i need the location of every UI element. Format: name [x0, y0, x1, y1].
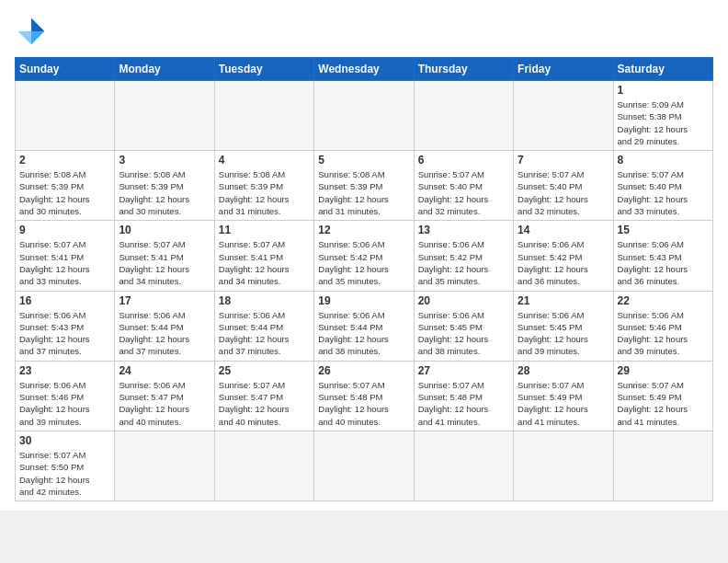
- day-info: Sunrise: 5:06 AM Sunset: 5:44 PM Dayligh…: [119, 309, 210, 358]
- header: [15, 15, 713, 48]
- day-info: Sunrise: 5:07 AM Sunset: 5:47 PM Dayligh…: [219, 379, 310, 428]
- day-info: Sunrise: 5:07 AM Sunset: 5:40 PM Dayligh…: [618, 168, 709, 217]
- day-info: Sunrise: 5:07 AM Sunset: 5:48 PM Dayligh…: [318, 379, 409, 428]
- calendar-cell: 10Sunrise: 5:07 AM Sunset: 5:41 PM Dayli…: [115, 221, 214, 291]
- day-number: 5: [318, 154, 409, 167]
- day-info: Sunrise: 5:08 AM Sunset: 5:39 PM Dayligh…: [219, 168, 310, 217]
- day-number: 7: [518, 154, 609, 167]
- calendar-cell: 28Sunrise: 5:07 AM Sunset: 5:49 PM Dayli…: [514, 361, 613, 431]
- day-number: 8: [618, 154, 709, 167]
- calendar-cell: 14Sunrise: 5:06 AM Sunset: 5:42 PM Dayli…: [514, 221, 613, 291]
- calendar-cell: [214, 431, 313, 500]
- day-number: 1: [618, 84, 709, 97]
- day-info: Sunrise: 5:07 AM Sunset: 5:48 PM Dayligh…: [418, 379, 509, 428]
- weekday-header: Saturday: [613, 58, 712, 81]
- calendar-cell: 4Sunrise: 5:08 AM Sunset: 5:39 PM Daylig…: [214, 151, 313, 221]
- day-number: 21: [518, 294, 609, 307]
- day-number: 26: [318, 364, 409, 377]
- weekday-header: Tuesday: [214, 58, 313, 81]
- calendar-cell: 3Sunrise: 5:08 AM Sunset: 5:39 PM Daylig…: [115, 151, 214, 221]
- day-number: 3: [119, 154, 210, 167]
- day-number: 27: [418, 364, 509, 377]
- day-number: 16: [19, 294, 110, 307]
- day-number: 29: [618, 364, 709, 377]
- calendar-cell: 11Sunrise: 5:07 AM Sunset: 5:41 PM Dayli…: [214, 221, 313, 291]
- weekday-header: Friday: [514, 58, 613, 81]
- day-info: Sunrise: 5:06 AM Sunset: 5:42 PM Dayligh…: [318, 238, 409, 287]
- calendar-table: SundayMondayTuesdayWednesdayThursdayFrid…: [15, 57, 713, 501]
- svg-marker-2: [18, 31, 31, 44]
- day-number: 25: [219, 364, 310, 377]
- day-number: 10: [119, 224, 210, 236]
- day-number: 2: [19, 154, 110, 167]
- day-info: Sunrise: 5:08 AM Sunset: 5:39 PM Dayligh…: [19, 168, 110, 217]
- day-info: Sunrise: 5:07 AM Sunset: 5:50 PM Dayligh…: [19, 449, 110, 498]
- day-number: 9: [19, 224, 110, 236]
- calendar-cell: [314, 81, 414, 151]
- day-number: 30: [19, 434, 110, 447]
- day-number: 6: [418, 154, 509, 167]
- calendar-cell: 17Sunrise: 5:06 AM Sunset: 5:44 PM Dayli…: [115, 291, 214, 361]
- weekday-header: Sunday: [16, 58, 115, 81]
- day-info: Sunrise: 5:07 AM Sunset: 5:41 PM Dayligh…: [119, 238, 210, 287]
- day-number: 13: [418, 224, 509, 236]
- calendar-cell: 15Sunrise: 5:06 AM Sunset: 5:43 PM Dayli…: [613, 221, 712, 291]
- day-info: Sunrise: 5:07 AM Sunset: 5:40 PM Dayligh…: [418, 168, 509, 217]
- day-number: 17: [119, 294, 210, 307]
- svg-marker-1: [31, 31, 44, 44]
- calendar-cell: 5Sunrise: 5:08 AM Sunset: 5:39 PM Daylig…: [314, 151, 414, 221]
- day-info: Sunrise: 5:06 AM Sunset: 5:42 PM Dayligh…: [418, 238, 509, 287]
- calendar-cell: 1Sunrise: 5:09 AM Sunset: 5:38 PM Daylig…: [613, 81, 712, 151]
- day-number: 4: [219, 154, 310, 167]
- calendar-cell: 25Sunrise: 5:07 AM Sunset: 5:47 PM Dayli…: [214, 361, 313, 431]
- day-number: 14: [518, 224, 609, 236]
- svg-marker-0: [31, 18, 44, 31]
- day-info: Sunrise: 5:08 AM Sunset: 5:39 PM Dayligh…: [119, 168, 210, 217]
- day-number: 24: [119, 364, 210, 377]
- day-info: Sunrise: 5:06 AM Sunset: 5:44 PM Dayligh…: [219, 309, 310, 358]
- day-info: Sunrise: 5:06 AM Sunset: 5:43 PM Dayligh…: [19, 309, 110, 358]
- day-info: Sunrise: 5:06 AM Sunset: 5:45 PM Dayligh…: [518, 309, 609, 358]
- day-number: 15: [618, 224, 709, 236]
- logo: [15, 15, 51, 48]
- day-info: Sunrise: 5:08 AM Sunset: 5:39 PM Dayligh…: [318, 168, 409, 217]
- day-info: Sunrise: 5:06 AM Sunset: 5:44 PM Dayligh…: [318, 309, 409, 358]
- day-info: Sunrise: 5:06 AM Sunset: 5:45 PM Dayligh…: [418, 309, 509, 358]
- calendar-cell: [514, 81, 613, 151]
- day-number: 11: [219, 224, 310, 236]
- day-info: Sunrise: 5:07 AM Sunset: 5:41 PM Dayligh…: [19, 238, 110, 287]
- calendar-cell: 12Sunrise: 5:06 AM Sunset: 5:42 PM Dayli…: [314, 221, 414, 291]
- calendar-cell: [414, 431, 513, 500]
- calendar-cell: 20Sunrise: 5:06 AM Sunset: 5:45 PM Dayli…: [414, 291, 513, 361]
- logo-icon: [15, 15, 48, 48]
- calendar-cell: 9Sunrise: 5:07 AM Sunset: 5:41 PM Daylig…: [16, 221, 115, 291]
- day-info: Sunrise: 5:06 AM Sunset: 5:47 PM Dayligh…: [119, 379, 210, 428]
- day-info: Sunrise: 5:07 AM Sunset: 5:40 PM Dayligh…: [518, 168, 609, 217]
- calendar-cell: 6Sunrise: 5:07 AM Sunset: 5:40 PM Daylig…: [414, 151, 513, 221]
- calendar-cell: [115, 81, 214, 151]
- weekday-header: Wednesday: [314, 58, 414, 81]
- page: SundayMondayTuesdayWednesdayThursdayFrid…: [0, 0, 728, 511]
- day-info: Sunrise: 5:07 AM Sunset: 5:49 PM Dayligh…: [618, 379, 709, 428]
- calendar-cell: 30Sunrise: 5:07 AM Sunset: 5:50 PM Dayli…: [16, 431, 115, 500]
- calendar-cell: 26Sunrise: 5:07 AM Sunset: 5:48 PM Dayli…: [314, 361, 414, 431]
- weekday-header: Monday: [115, 58, 214, 81]
- day-number: 28: [518, 364, 609, 377]
- day-info: Sunrise: 5:07 AM Sunset: 5:41 PM Dayligh…: [219, 238, 310, 287]
- calendar-cell: [613, 431, 712, 500]
- calendar-cell: 8Sunrise: 5:07 AM Sunset: 5:40 PM Daylig…: [613, 151, 712, 221]
- day-number: 23: [19, 364, 110, 377]
- day-number: 19: [318, 294, 409, 307]
- day-info: Sunrise: 5:06 AM Sunset: 5:46 PM Dayligh…: [618, 309, 709, 358]
- calendar-cell: [16, 81, 115, 151]
- calendar-cell: 23Sunrise: 5:06 AM Sunset: 5:46 PM Dayli…: [16, 361, 115, 431]
- calendar-cell: [414, 81, 513, 151]
- day-info: Sunrise: 5:06 AM Sunset: 5:46 PM Dayligh…: [19, 379, 110, 428]
- calendar-cell: 7Sunrise: 5:07 AM Sunset: 5:40 PM Daylig…: [514, 151, 613, 221]
- calendar-cell: 2Sunrise: 5:08 AM Sunset: 5:39 PM Daylig…: [16, 151, 115, 221]
- day-number: 12: [318, 224, 409, 236]
- calendar-cell: 18Sunrise: 5:06 AM Sunset: 5:44 PM Dayli…: [214, 291, 313, 361]
- calendar-cell: 16Sunrise: 5:06 AM Sunset: 5:43 PM Dayli…: [16, 291, 115, 361]
- day-info: Sunrise: 5:09 AM Sunset: 5:38 PM Dayligh…: [618, 98, 709, 147]
- calendar-cell: [214, 81, 313, 151]
